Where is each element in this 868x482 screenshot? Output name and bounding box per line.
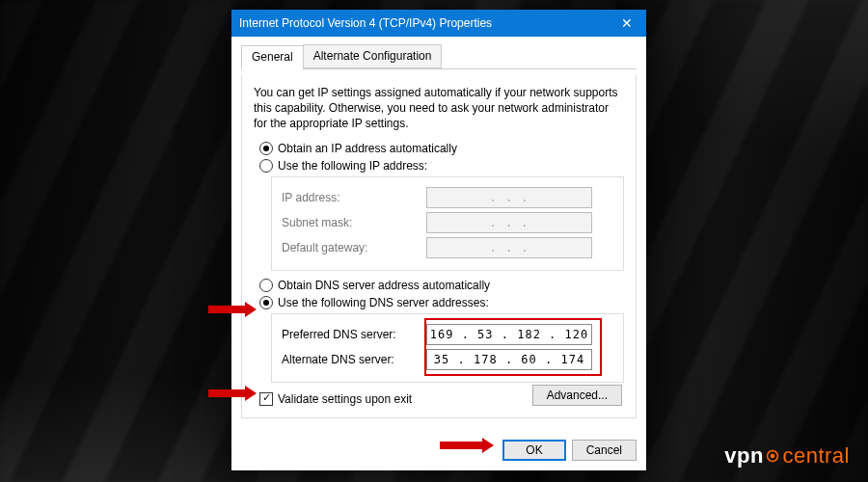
tab-general-label: General (252, 50, 293, 64)
annotation-highlight-box (424, 318, 602, 376)
radio-ip-manual-label: Use the following IP address: (278, 159, 427, 173)
tab-alternate-label: Alternate Configuration (313, 49, 432, 63)
alternate-dns-label: Alternate DNS server: (282, 353, 426, 366)
cancel-button-label: Cancel (586, 443, 622, 457)
window-title: Internet Protocol Version 4 (TCP/IPv4) P… (239, 16, 608, 30)
preferred-dns-label: Preferred DNS server: (282, 328, 426, 341)
dialog-body: General Alternate Configuration You can … (231, 37, 646, 470)
gateway-field: . . . (426, 237, 592, 258)
close-icon: ✕ (621, 15, 633, 31)
tab-general[interactable]: General (241, 45, 304, 69)
subnet-field: . . . (426, 212, 592, 233)
annotation-arrow-icon (440, 438, 494, 453)
tab-alternate-configuration[interactable]: Alternate Configuration (303, 44, 443, 68)
radio-dns-auto[interactable]: Obtain DNS server address automatically (259, 279, 624, 292)
radio-dns-manual-label: Use the following DNS server addresses: (278, 296, 489, 309)
ipv4-properties-dialog: Internet Protocol Version 4 (TCP/IPv4) P… (231, 10, 646, 470)
advanced-button-label: Advanced... (547, 388, 608, 402)
validate-label: Validate settings upon exit (278, 392, 412, 406)
checkbox-icon (259, 392, 273, 406)
ok-button-label: OK (526, 443, 542, 457)
ip-address-label: IP address: (282, 191, 426, 204)
subnet-label: Subnet mask: (282, 216, 426, 229)
radio-ip-auto-label: Obtain an IP address automatically (278, 142, 457, 155)
watermark-part1: vpn (724, 443, 764, 469)
radio-ip-auto[interactable]: Obtain an IP address automatically (259, 142, 624, 155)
ip-manual-group: IP address: . . . Subnet mask: . . . Def… (271, 176, 624, 271)
annotation-arrow-icon (208, 302, 257, 317)
dialog-footer: OK Cancel (241, 430, 637, 461)
titlebar[interactable]: Internet Protocol Version 4 (TCP/IPv4) P… (231, 10, 646, 37)
radio-icon (259, 296, 273, 309)
tab-strip: General Alternate Configuration (241, 44, 637, 69)
close-button[interactable]: ✕ (608, 10, 646, 37)
ok-button[interactable]: OK (502, 440, 565, 461)
radio-icon (259, 142, 273, 155)
advanced-button[interactable]: Advanced... (532, 385, 622, 406)
gateway-label: Default gateway: (282, 241, 426, 254)
watermark-part2: central (782, 443, 850, 469)
annotation-arrow-icon (208, 386, 257, 401)
radio-dns-auto-label: Obtain DNS server address automatically (278, 279, 490, 292)
info-text: You can get IP settings assigned automat… (254, 85, 624, 132)
watermark-logo: vpn ⦿ central (724, 443, 851, 469)
radio-dns-manual[interactable]: Use the following DNS server addresses: (259, 296, 624, 309)
radio-icon (259, 159, 273, 173)
radio-ip-manual[interactable]: Use the following IP address: (259, 159, 624, 173)
cancel-button[interactable]: Cancel (572, 440, 637, 461)
radio-icon (259, 279, 273, 292)
ip-address-field: . . . (426, 187, 592, 208)
wifi-icon: ⦿ (766, 448, 780, 464)
